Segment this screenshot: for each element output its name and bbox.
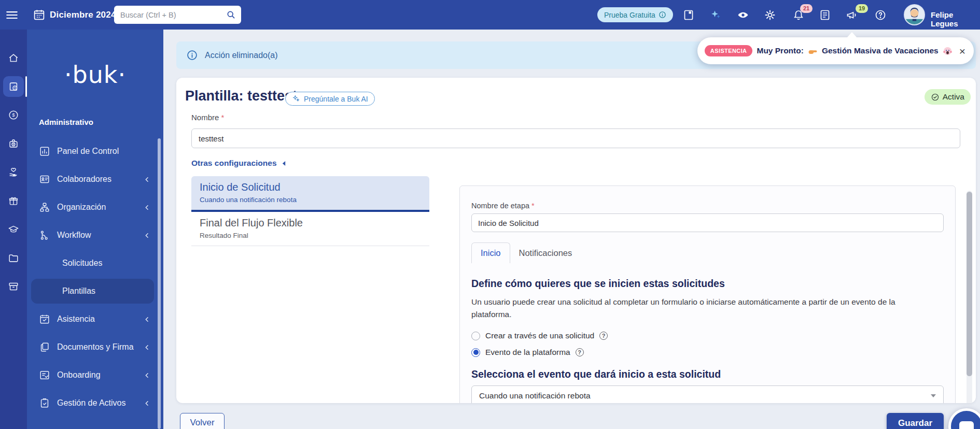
scream-emoji-icon: [943, 46, 953, 56]
rail-item-home[interactable]: [3, 48, 24, 68]
settings-button[interactable]: [764, 9, 776, 21]
sidebar-item-label: Asistencia: [57, 314, 95, 324]
rail-item-bag-clock[interactable]: [3, 133, 24, 154]
sidebar-item-colaboradores[interactable]: Colaboradores: [27, 165, 163, 193]
calendar-check-icon: [39, 313, 50, 325]
stage-detail-panel: Nombre de etapa * Inicio Notificaciones …: [459, 185, 956, 403]
sidebar-item-documentos-y-firma[interactable]: Documentos y Firma: [27, 333, 163, 361]
eye-icon: [737, 9, 749, 21]
global-search: [114, 6, 241, 24]
sidebar-item-organizacion[interactable]: Organización: [27, 193, 163, 221]
chevron-left-icon: [143, 371, 151, 379]
card-scrollbar-thumb[interactable]: [967, 192, 972, 376]
sidebar-item-label: Documentos y Firma: [57, 342, 134, 352]
sidebar-item-asistencia[interactable]: Asistencia: [27, 305, 163, 333]
id-card-icon: [39, 174, 50, 185]
rail-item-hand-heart[interactable]: [3, 162, 24, 182]
chevron-left-icon: [143, 176, 151, 183]
rail-item-dollar[interactable]: $: [3, 105, 24, 125]
stage-subtitle: Cuando una notificación rebota: [200, 196, 421, 204]
rail-item-clipboard-clock[interactable]: [3, 76, 24, 97]
event-select[interactable]: Cuando una notificación rebota: [471, 385, 944, 403]
hamburger-icon: [5, 8, 19, 22]
other-config-toggle[interactable]: Otras configuraciones: [191, 159, 286, 168]
sidebar-item-label: Organización: [57, 203, 106, 212]
toast-message: Muy Pronto:: [757, 46, 803, 55]
sidebar-item-solicitudes[interactable]: Solicitudes: [27, 249, 163, 277]
toast-badge: ASISTENCIA: [705, 45, 753, 56]
clipboard-check-icon: [39, 397, 50, 409]
help-tooltip-icon[interactable]: ?: [599, 332, 608, 340]
name-label-text: Nombre: [191, 113, 219, 122]
toast-close-icon[interactable]: ×: [959, 46, 965, 56]
preview-button[interactable]: [737, 9, 749, 21]
event-section-title: Selecciona el evento que dará inicio a e…: [471, 368, 944, 380]
module-rail: $: [0, 30, 27, 429]
rail-item-folder[interactable]: [3, 248, 24, 268]
sidebar: ·buk· Administrativo Panel de Control Co…: [27, 30, 163, 429]
stage-item-final[interactable]: Final del Flujo Flexible Resultado Final: [191, 212, 429, 246]
gear-icon: [764, 9, 776, 21]
sidebar-scrollbar[interactable]: [158, 138, 161, 429]
info-icon: [659, 11, 666, 19]
ask-buk-ai-label: Pregúntale a Buk AI: [304, 95, 368, 103]
stage-title: Inicio de Solicitud: [200, 181, 421, 193]
rail-item-archive[interactable]: [3, 276, 24, 297]
radio-option-label: Crear a través de una solicitud: [485, 331, 594, 340]
sidebar-item-gestion-de-activos[interactable]: Gestión de Activos: [27, 389, 163, 417]
radio-option-evento[interactable]: Evento de la plataforma ?: [471, 348, 944, 357]
chevron-left-icon: [143, 399, 151, 407]
help-tooltip-icon[interactable]: ?: [576, 348, 584, 356]
radio-option-label: Evento de la plataforma: [485, 348, 570, 357]
sidebar-item-label: Solicitudes: [62, 259, 102, 268]
sidebar-item-panel-de-control[interactable]: Panel de Control: [27, 137, 163, 165]
buk-logo[interactable]: ·buk·: [27, 61, 163, 89]
help-button[interactable]: [874, 9, 887, 21]
chat-widget-button[interactable]: [948, 408, 980, 429]
ask-buk-ai-button[interactable]: Pregúntale a Buk AI: [285, 92, 375, 106]
announcement-toast: ASISTENCIA Muy Pronto: Gestión Masiva de…: [697, 37, 974, 64]
trial-badge-label: Prueba Gratuita: [604, 11, 655, 19]
back-button[interactable]: Volver: [180, 413, 225, 429]
sidebar-item-label: Colaboradores: [57, 175, 111, 184]
event-select-value: Cuando una notificación rebota: [479, 391, 591, 401]
hamburger-menu-button[interactable]: [5, 8, 19, 22]
buk-ai-button[interactable]: [709, 9, 722, 21]
rail-item-graduation-cap[interactable]: [3, 219, 24, 240]
stage-item-inicio[interactable]: Inicio de Solicitud Cuando una notificac…: [191, 176, 429, 212]
status-badge: Activa: [925, 89, 971, 105]
section-title: Define cómo quieres que se inicien estas…: [471, 278, 944, 290]
other-config-label: Otras configuraciones: [191, 159, 277, 168]
collapse-triangle-icon: [282, 161, 286, 166]
radio-option-solicitud[interactable]: Crear a través de una solicitud ?: [471, 331, 944, 340]
journal-button[interactable]: [682, 9, 695, 21]
gift-icon: [8, 195, 19, 207]
tab-notificaciones[interactable]: Notificaciones: [510, 243, 581, 263]
tab-inicio[interactable]: Inicio: [471, 242, 510, 263]
workflow-icon: [39, 230, 50, 241]
stage-name-input[interactable]: [471, 213, 944, 232]
status-badge-label: Activa: [943, 92, 964, 102]
chevron-left-icon: [143, 232, 151, 239]
period-label[interactable]: Diciembre 2024: [50, 10, 116, 20]
rail-item-gift[interactable]: [3, 191, 24, 211]
sidebar-item-plantillas[interactable]: Plantillas: [31, 279, 154, 304]
question-circle-icon: [874, 9, 887, 21]
check-circle-icon: [931, 93, 940, 102]
user-name[interactable]: Felipe Legues: [931, 10, 980, 28]
news-button[interactable]: [819, 9, 831, 21]
template-name-input[interactable]: [191, 128, 960, 148]
user-avatar[interactable]: [904, 4, 925, 25]
toast-highlight: Gestión Masiva de Vacaciones: [822, 46, 939, 55]
sidebar-menu: Panel de Control Colaboradores Organizac…: [27, 137, 163, 417]
trial-badge[interactable]: Prueba Gratuita: [597, 7, 673, 22]
sidebar-item-workflow[interactable]: Workflow: [27, 221, 163, 249]
search-input[interactable]: [114, 6, 241, 24]
period-selector[interactable]: [33, 8, 46, 21]
sidebar-item-onboarding[interactable]: Onboarding: [27, 361, 163, 389]
save-button[interactable]: Guardar: [887, 413, 944, 429]
sidebar-section-label: Administrativo: [39, 118, 93, 126]
stage-subtitle: Resultado Final: [200, 232, 421, 239]
chat-bubble-icon: [959, 421, 974, 429]
search-icon[interactable]: [226, 9, 236, 20]
